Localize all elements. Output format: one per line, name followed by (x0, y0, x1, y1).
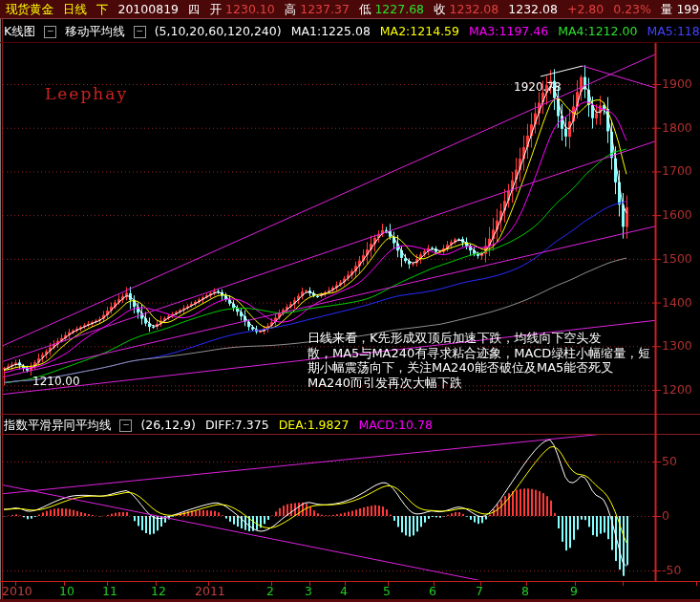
time-axis-label: 12 (151, 584, 166, 598)
price-tick-label: 1900 (662, 76, 692, 91)
time-axis-label: 4 (340, 584, 348, 598)
macd-indicator-title: 指数平滑异同平均线 (4, 418, 112, 432)
macd-tick-label: 50 (662, 454, 677, 468)
volume-label: 量 (661, 2, 673, 16)
volume-value: 19939 (676, 2, 700, 16)
time-axis-label: 9 (570, 584, 578, 598)
time-axis-label: 3 (305, 584, 312, 598)
collapse-kline-button[interactable]: − (44, 26, 56, 38)
analysis-note-line: MA240而引发再次大幅下跌 (308, 376, 697, 391)
analysis-note-line: 日线来看，K先形成双顶后加速下跌，均线向下空头发 (308, 331, 697, 346)
time-axis-label: 8 (521, 584, 529, 598)
analysis-note-line: 散，MA5与MA240有寻求粘合迹象，MACD绿柱小幅缩量，短 (308, 346, 697, 361)
kline-chart-label: K线图 (4, 24, 35, 38)
time-axis-label: 5 (383, 584, 391, 598)
high-value: 1237.37 (300, 2, 350, 16)
open-label: 开 (210, 2, 223, 16)
ma-indicator-title: 移动平均线 (65, 24, 125, 38)
analysis-note-line: 期小幅震荡向下，关注MA240能否破位及MA5能否死叉 (308, 360, 697, 376)
collapse-macd-button[interactable]: − (119, 419, 132, 432)
time-axis-label: 10 (59, 584, 74, 598)
time-axis-label: 2010 (2, 584, 32, 598)
ma-indicator-bar: K线图 − 移动平均线 − (5,10,20,60,120,240) MA1:1… (0, 20, 700, 42)
collapse-ma-button[interactable]: − (134, 26, 146, 38)
change-percent: 0.23% (613, 2, 651, 16)
open-value: 1230.10 (225, 2, 275, 16)
base-price-label: 1210.00 (32, 375, 80, 388)
ma1-value: MA1:1225.08 (291, 24, 371, 38)
price-tick-label: 1600 (662, 207, 692, 222)
period-label: 日线 (63, 2, 87, 16)
peak-price-label: 1920.78 (514, 80, 562, 94)
symbol-name: 现货黄金 (6, 2, 53, 16)
quote-bar: 现货黄金 日线 下 20100819 四 开 1230.10 高 1237.37… (0, 0, 700, 19)
low-value: 1227.68 (374, 2, 424, 16)
page-down-button[interactable]: 下 (96, 2, 109, 16)
quote-date: 20100819 (117, 2, 179, 16)
ma4-value: MA4:1212.00 (558, 24, 637, 38)
ma-params: (5,10,20,60,120,240) (155, 24, 282, 38)
price-tick-label: 1800 (662, 120, 692, 135)
time-axis-label: 11 (102, 584, 117, 598)
trading-app-window: 现货黄金 日线 下 20100819 四 开 1230.10 高 1237.37… (0, 0, 700, 602)
price-tick-label: 1400 (662, 295, 692, 310)
time-axis-labels: 2010101112201123456789 (0, 584, 700, 599)
time-axis-label: 6 (429, 584, 436, 598)
macd-params: (26,12,9) (140, 418, 195, 432)
ma2-value: MA2:1214.59 (380, 24, 459, 38)
analysis-note: 日线来看，K先形成双顶后加速下跌，均线向下空头发 散，MA5与MA240有寻求粘… (308, 331, 697, 390)
last-price: 1232.08 (508, 2, 558, 16)
macd-tick-label: -50 (662, 563, 681, 577)
quote-weekday: 四 (188, 2, 201, 16)
ma3-value: MA3:1197.46 (469, 24, 548, 38)
price-tick-label: 1500 (662, 251, 692, 266)
close-value: 1232.08 (450, 2, 499, 16)
low-label: 低 (359, 2, 371, 16)
price-tick-label: 1700 (662, 163, 692, 178)
watermark-text: Leephay (45, 84, 128, 103)
time-axis-label: 7 (476, 584, 483, 598)
diff-value: DIFF:7.375 (205, 418, 269, 432)
macd-tick-label: 0 (662, 508, 669, 523)
time-axis-label: 2 (266, 584, 274, 598)
macd-indicator-bar: 指数平滑异同平均线 − (26,12,9) DIFF:7.375 DEA:1.9… (0, 416, 700, 434)
dea-value: DEA:1.9827 (279, 418, 350, 432)
macd-value: MACD:10.78 (358, 418, 432, 432)
change-value: +2.80 (567, 2, 604, 16)
time-axis-label: 2011 (195, 584, 225, 598)
high-label: 高 (285, 2, 297, 16)
close-label: 收 (434, 2, 446, 16)
ma5-value: MA5:1183.46 (647, 24, 700, 38)
